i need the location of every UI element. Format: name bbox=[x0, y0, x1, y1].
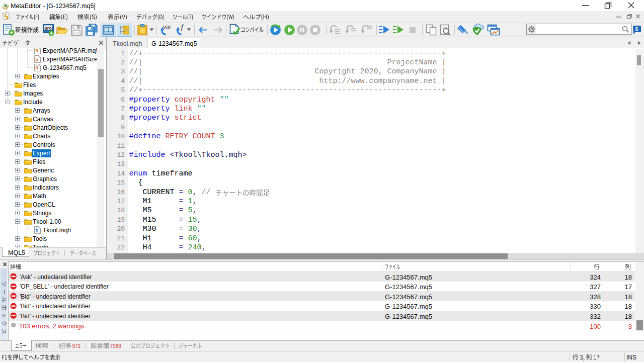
svg-text:var: var bbox=[163, 24, 171, 30]
svg-text:5: 5 bbox=[36, 56, 39, 62]
svg-text:5: 5 bbox=[36, 65, 39, 70]
svg-text:h: h bbox=[36, 227, 39, 233]
svg-text:f: f bbox=[181, 23, 184, 31]
svg-text:5: 5 bbox=[36, 48, 39, 53]
svg-text:proj: proj bbox=[44, 26, 53, 31]
svg-text:5: 5 bbox=[635, 26, 638, 32]
